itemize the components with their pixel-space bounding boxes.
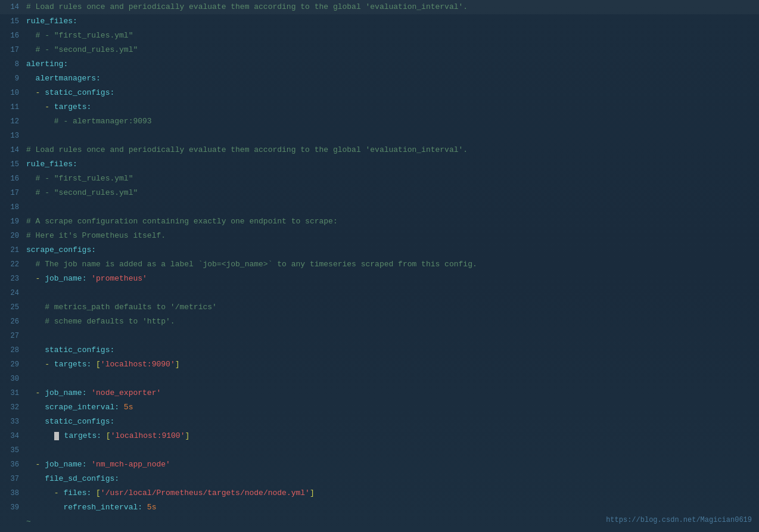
code-line: 16 # - "first_rules.yml" [0,29,759,43]
code-line: 25 # metrics_path defaults to '/metrics' [0,300,759,315]
code-line: 14# Load rules once and periodically eva… [0,143,759,157]
code-line: 11 - targets: [0,100,759,114]
code-line: 10 - static_configs: [0,86,759,100]
code-line: 14# Load rules once and periodically eva… [0,0,759,14]
code-line: 23 - job_name: 'prometheus' [0,272,759,286]
code-line: 30 [0,372,759,386]
code-line: 21scrape_configs: [0,243,759,257]
cursor [54,432,59,440]
code-line: 38 - files: ['/usr/local/Prometheus/targ… [0,486,759,500]
watermark: https://blog.csdn.net/Magician0619 [606,513,752,527]
code-line: 27 [0,329,759,343]
code-line: 32 scrape_interval: 5s [0,400,759,415]
code-line: 37 file_sd_configs: [0,472,759,486]
code-line: 31 - job_name: 'node_exporter' [0,386,759,400]
code-line: 13 [0,129,759,143]
code-line: 28 static_configs: [0,343,759,357]
code-line: 20# Here it's Prometheus itself. [0,229,759,243]
code-line: 18 [0,200,759,214]
code-line: 19# A scrape configuration containing ex… [0,214,759,229]
code-line: 22 # The job name is added as a label `j… [0,257,759,272]
code-line: 12 # - alertmanager:9093 [0,114,759,129]
code-editor: 14# Load rules once and periodically eva… [0,0,759,532]
code-line: 17 # - "second_rules.yml" [0,43,759,57]
code-line: 8alerting: [0,57,759,71]
code-line: 26 # scheme defaults to 'http'. [0,315,759,329]
code-line: 15rule_files: [0,14,759,29]
code-line: 35 [0,443,759,458]
code-line: 9 alertmanagers: [0,71,759,86]
code-line: 17 # - "second_rules.yml" [0,186,759,200]
code-line: 24 [0,286,759,300]
code-line: 33 static_configs: [0,415,759,429]
code-line: 29 - targets: ['localhost:9090'] [0,357,759,372]
code-line: 34 targets: ['localhost:9100'] [0,429,759,443]
code-line: 36 - job_name: 'nm_mch-app_node' [0,458,759,472]
code-line: 16 # - "first_rules.yml" [0,172,759,186]
code-line: 15rule_files: [0,157,759,172]
